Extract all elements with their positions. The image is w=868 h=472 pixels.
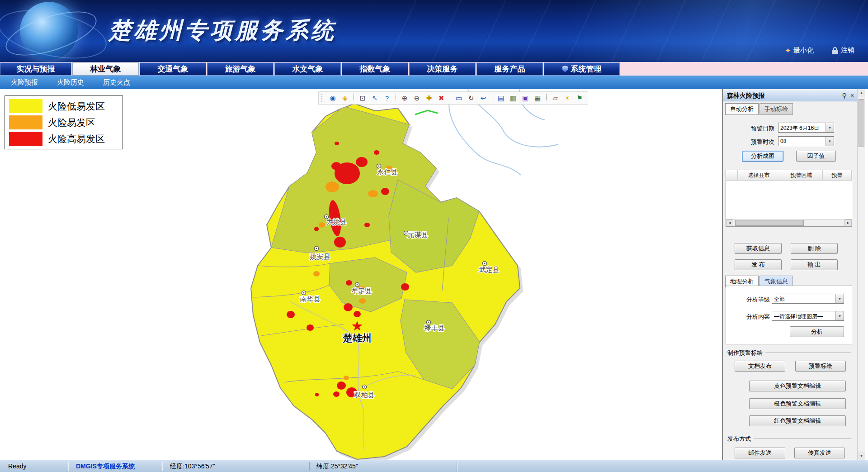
status-ready: Ready: [8, 462, 26, 470]
table-header-county: 选择县市: [738, 170, 780, 180]
submenu-item-fire-risk-forecast[interactable]: 火险预报: [11, 78, 38, 87]
zoom-out-icon[interactable]: ⊖: [411, 93, 422, 103]
warn-time-label: 预警时次: [738, 138, 774, 146]
status-latitude: 纬度:25°32'45": [316, 462, 358, 471]
tab-index-weather[interactable]: 指数气象: [342, 62, 408, 76]
status-longitude: 经度:103°56'57": [170, 462, 215, 471]
output-button[interactable]: 输 出: [791, 259, 838, 270]
tab-auto-analysis[interactable]: 自动分析: [725, 103, 759, 115]
scroll-left-icon[interactable]: ◄: [726, 219, 733, 226]
publish-group-label: 发布方式: [727, 435, 754, 443]
measure-area-icon[interactable]: ◈: [340, 93, 350, 103]
bulb-icon[interactable]: ☀: [562, 93, 573, 103]
panel-tabs: 自动分析 手动标绘: [725, 103, 793, 115]
toolbar-drag-handle[interactable]: [321, 94, 324, 102]
minimize-button[interactable]: ✦ 最小化: [785, 46, 814, 55]
chevron-down-icon[interactable]: ▼: [826, 123, 834, 132]
legend-swatch-medium: [9, 115, 42, 129]
identify-icon[interactable]: ?: [382, 93, 392, 103]
legend-icon[interactable]: ▤: [495, 93, 506, 103]
panel-vscrollbar[interactable]: ▲ ▼: [857, 89, 865, 460]
fax-send-button[interactable]: 传真发送: [794, 448, 845, 458]
get-info-button[interactable]: 获取信息: [735, 243, 782, 254]
warning-plot-button[interactable]: 预警标绘: [795, 361, 846, 372]
logout-button[interactable]: 注销: [832, 46, 854, 55]
county-label: 南华县: [300, 295, 321, 303]
factor-value-button[interactable]: 因子值: [796, 151, 836, 162]
analyze-button[interactable]: 分析: [790, 326, 844, 337]
refresh-view-icon[interactable]: ↻: [466, 93, 476, 103]
red-doc-edit-button[interactable]: 红色预警文档编辑: [749, 415, 846, 426]
pan-icon[interactable]: ✚: [424, 93, 434, 103]
analyze-map-button[interactable]: 分析成图: [742, 151, 783, 162]
globe-icon[interactable]: ◉: [327, 93, 338, 103]
previous-view-icon[interactable]: ↩: [478, 93, 489, 103]
logout-label: 注销: [841, 46, 854, 55]
hscroll-thumb[interactable]: [735, 220, 804, 226]
tab-manual-plot[interactable]: 手动标绘: [760, 103, 793, 115]
flag-icon[interactable]: ⚑: [574, 93, 585, 103]
scroll-up-icon[interactable]: ▲: [858, 89, 865, 97]
chevron-down-icon[interactable]: ▼: [835, 294, 844, 303]
map-area[interactable]: 永仁县 大姚县 元谋县 姚安县 武定县 南华县 牟定县 禄丰县 双柏县 楚雄州 …: [0, 89, 722, 460]
tab-traffic-weather[interactable]: 交通气象: [140, 62, 206, 76]
main-nav-tabbar: 实况与预报 林业气象 交通气象 旅游气象 水文气象 指数气象 决策服务 服务产品…: [0, 62, 868, 76]
county-label: 武定县: [479, 266, 500, 273]
submenu-item-historical-fire-points[interactable]: 历史火点: [103, 78, 130, 87]
tab-service-products[interactable]: 服务产品: [476, 62, 543, 76]
chevron-down-icon[interactable]: ▼: [826, 137, 834, 146]
tab-tourism-weather[interactable]: 旅游气象: [207, 62, 274, 76]
chevron-down-icon[interactable]: ▼: [835, 311, 844, 320]
status-system-link[interactable]: DMGIS专项服务系统: [76, 462, 135, 471]
analysis-level-select[interactable]: 全部 ▼: [772, 294, 844, 304]
scroll-right-icon[interactable]: ►: [844, 219, 852, 226]
analysis-content-label: 分析内容: [736, 313, 770, 321]
status-bar: Ready DMGIS专项服务系统 经度:103°56'57" 纬度:25°32…: [0, 460, 868, 472]
full-extent-icon[interactable]: ▭: [453, 93, 464, 103]
tab-system-management[interactable]: 系统管理: [544, 62, 620, 76]
hscroll-track[interactable]: [733, 219, 844, 226]
county-label: 双柏县: [354, 391, 375, 399]
yellow-doc-edit-button[interactable]: 黄色预警文档编辑: [749, 381, 846, 391]
tab-forestry-weather[interactable]: 林业气象: [72, 62, 139, 76]
measure-distance-icon[interactable]: ▱: [550, 93, 561, 103]
tab-realtime-forecast[interactable]: 实况与预报: [0, 62, 71, 76]
toolbar-separator: [492, 94, 492, 102]
image-export-icon[interactable]: ▣: [520, 93, 531, 103]
close-icon[interactable]: ×: [850, 90, 854, 101]
tab-hydrology-weather[interactable]: 水文气象: [274, 62, 341, 76]
county-label: 禄丰县: [425, 324, 445, 332]
zoom-in-icon[interactable]: ⊕: [399, 93, 410, 103]
analysis-level-label: 分析等级: [736, 296, 770, 304]
vscroll-thumb[interactable]: [859, 99, 864, 147]
warn-date-label: 预警日期: [738, 124, 774, 133]
warning-table[interactable]: 选择县市 预警区域 预警 ◄ ►: [726, 170, 852, 227]
email-send-button[interactable]: 邮件发送: [735, 448, 785, 458]
clear-icon[interactable]: ✖: [436, 93, 447, 103]
county-label: 大姚县: [326, 218, 347, 225]
warn-date-select[interactable]: 2023年 6月16日 ▼: [778, 123, 834, 133]
minimize-icon: ✦: [785, 47, 791, 55]
scroll-down-icon[interactable]: ▼: [858, 452, 865, 460]
shield-icon: [562, 66, 568, 72]
orange-doc-edit-button[interactable]: 橙色预警文档编辑: [749, 398, 846, 409]
select-arrow-icon[interactable]: ↖: [369, 93, 380, 103]
analysis-content-value: —请选择地理图层—: [774, 313, 835, 320]
submenu-item-fire-risk-history[interactable]: 火险历史: [57, 78, 84, 87]
print-icon[interactable]: ▦: [532, 93, 543, 103]
tab-decision-service[interactable]: 决策服务: [409, 62, 476, 76]
analysis-level-value: 全部: [774, 296, 835, 303]
warn-time-value: 08: [780, 138, 826, 144]
publish-button[interactable]: 发 布: [735, 259, 782, 270]
map-toolbar: ◉ ◈ ⊡ ↖ ? ⊕ ⊖ ✚ ✖ ▭ ↻ ↩ ▤ ▥ ▣ ▦ ▱ ☀ ⚑: [318, 91, 588, 105]
pin-icon[interactable]: ⚲: [842, 90, 847, 101]
county-label: 永仁县: [377, 168, 398, 176]
zoom-box-icon[interactable]: ⊡: [357, 93, 368, 103]
delete-button[interactable]: 删 除: [791, 243, 838, 254]
analysis-content-select[interactable]: —请选择地理图层— ▼: [772, 311, 844, 321]
warn-time-select[interactable]: 08 ▼: [778, 136, 834, 146]
doc-publish-button[interactable]: 文档发布: [735, 361, 785, 372]
chart-icon[interactable]: ▥: [508, 93, 519, 103]
table-hscrollbar[interactable]: ◄ ►: [726, 219, 852, 226]
legend-row-medium: 火险易发区: [9, 115, 118, 129]
